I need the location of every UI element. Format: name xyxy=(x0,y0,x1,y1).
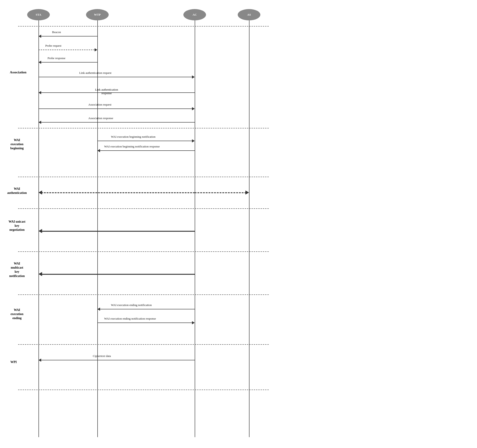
sta-label: STA xyxy=(36,13,41,17)
ciphertext-label: Ciphertext data xyxy=(93,354,111,358)
probe-resp-label: Probe response xyxy=(48,56,66,60)
wai-begin-notif-resp-arrow: WAI execution beginning notification res… xyxy=(97,148,195,153)
wai-begin-notif-label: WAI execution beginning notification xyxy=(111,135,155,139)
sta-node: STA xyxy=(27,9,50,20)
link-auth-req-label: Link authentication request xyxy=(79,71,111,75)
wpi-label: WPI xyxy=(2,360,25,364)
as-label: AS xyxy=(247,13,251,17)
wai-unicast-label: WAI unicastkeynegotiation xyxy=(2,220,32,232)
wai-end-notif-arrow: WAI execution ending notification xyxy=(97,307,195,311)
wai-ending-label: WAIexecutionending xyxy=(2,308,32,321)
ac-label: AC xyxy=(193,13,197,17)
assoc-resp-arrow: Association response xyxy=(38,120,195,125)
sep-wai-end-end xyxy=(18,344,269,345)
link-auth-resp-label: Link authenticationresponse xyxy=(95,88,118,95)
ciphertext-arrow: Ciphertext data xyxy=(38,358,195,362)
ac-node: AC xyxy=(183,9,206,20)
wai-auth-label: WAIauthentication xyxy=(2,187,32,195)
as-node: AS xyxy=(238,9,260,20)
link-auth-resp-arrow: Link authenticationresponse xyxy=(38,88,195,96)
probe-req-label: Probe request xyxy=(45,44,61,48)
probe-resp-arrow: Probe response xyxy=(38,60,97,65)
wai-end-notif-resp-arrow: WAI execution ending notification respon… xyxy=(97,321,195,325)
sep-wai-auth-end xyxy=(18,208,269,209)
wai-multicast-label: WAImulticastkeynotification xyxy=(2,262,32,278)
wtp-label: WTP xyxy=(94,13,101,17)
sep-wai-unicast-end xyxy=(18,251,269,252)
wai-unicast-arrow xyxy=(38,229,195,233)
probe-req-arrow: Probe request xyxy=(38,48,97,52)
assoc-req-arrow: Association request xyxy=(38,106,195,111)
link-auth-req-arrow: Link authentication request xyxy=(38,75,195,79)
sep-wpi-end xyxy=(18,390,269,390)
beacon-arrow: Beacon xyxy=(38,34,97,38)
sep-wai-multicast-end xyxy=(18,294,269,295)
as-lifeline xyxy=(249,20,250,437)
wai-beginning-label: WAIexecutionbeginning xyxy=(2,138,32,151)
wai-begin-notif-resp-label: WAI execution beginning notification res… xyxy=(104,145,160,148)
ac-lifeline xyxy=(195,20,195,437)
wai-auth-left-arrow xyxy=(38,190,195,195)
association-label: Association xyxy=(5,70,32,75)
beacon-label: Beacon xyxy=(52,30,61,34)
wai-auth-right-arrow xyxy=(195,190,249,195)
sep-assoc-end xyxy=(18,128,269,128)
wai-end-notif-label: WAI execution ending notification xyxy=(111,303,152,307)
wai-end-notif-resp-label: WAI execution ending notification respon… xyxy=(104,317,156,321)
sequence-diagram: STA WTP AC AS Association WAIexecutionbe… xyxy=(0,0,477,448)
sep-wai-begin-end xyxy=(18,177,269,177)
wai-begin-notif-arrow: WAI execution beginning notification xyxy=(97,139,195,143)
assoc-resp-label: Association response xyxy=(88,116,113,120)
wai-multicast-arrow xyxy=(38,272,195,276)
wtp-node: WTP xyxy=(86,9,109,20)
assoc-req-label: Association request xyxy=(88,103,111,106)
sep-top xyxy=(18,26,269,26)
